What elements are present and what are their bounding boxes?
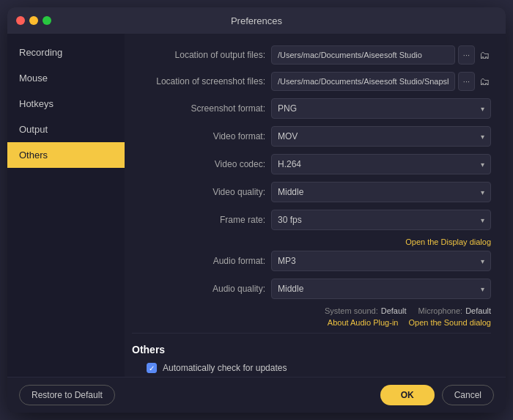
microphone-label: Microphone: (418, 306, 463, 315)
video-format-value: MOV (278, 131, 298, 141)
sidebar-item-mouse[interactable]: Mouse (7, 65, 125, 91)
microphone-item: Microphone: Default (418, 306, 491, 315)
audio-quality-value: Middle (278, 284, 303, 294)
video-codec-row: Video codec: H.264 ▾ (132, 154, 491, 174)
titlebar: Preferences (7, 7, 506, 34)
audio-quality-control: Middle ▾ (271, 279, 491, 299)
minimize-button[interactable] (29, 16, 38, 25)
audio-format-control: MP3 ▾ (271, 251, 491, 271)
close-button[interactable] (16, 16, 25, 25)
video-quality-dropdown[interactable]: Middle ▾ (271, 182, 491, 202)
sidebar: Recording Mouse Hotkeys Output Others (7, 34, 125, 377)
screenshot-format-dropdown[interactable]: PNG ▾ (271, 98, 491, 119)
video-codec-dropdown[interactable]: H.264 ▾ (271, 154, 491, 174)
screenshot-files-control: ··· 🗂 (271, 72, 491, 91)
video-quality-control: Middle ▾ (271, 182, 491, 202)
system-sound-item: System sound: Default (325, 306, 407, 315)
frame-rate-label: Frame rate: (132, 215, 271, 225)
video-quality-row: Video quality: Middle ▾ (132, 182, 491, 202)
screenshot-format-value: PNG (278, 103, 297, 114)
audio-format-row: Audio format: MP3 ▾ (132, 251, 491, 271)
chevron-down-icon: ▾ (481, 105, 484, 113)
footer-right-buttons: OK Cancel (380, 385, 494, 405)
screenshot-format-control: PNG ▾ (271, 98, 491, 119)
about-audio-plugin-link[interactable]: About Audio Plug-in (328, 318, 399, 327)
output-files-label: Location of output files: (132, 50, 271, 60)
output-files-input[interactable] (271, 45, 455, 65)
sidebar-item-recording[interactable]: Recording (7, 40, 125, 65)
output-files-browse-button[interactable]: ··· (458, 45, 475, 65)
system-sound-row: System sound: Default Microphone: Defaul… (132, 306, 491, 315)
ok-button[interactable]: OK (380, 385, 435, 405)
video-format-control: MOV ▾ (271, 126, 491, 147)
chevron-down-icon: ▾ (481, 133, 484, 141)
chevron-down-icon: ▾ (481, 285, 484, 293)
audio-quality-row: Audio quality: Middle ▾ (132, 279, 491, 299)
sidebar-item-output[interactable]: Output (7, 117, 125, 142)
main-panel: Location of output files: ··· 🗂 Location… (125, 34, 506, 377)
screenshot-files-browse-button[interactable]: ··· (458, 72, 475, 91)
screenshot-files-input[interactable] (271, 72, 455, 91)
chevron-down-icon: ▾ (481, 161, 484, 169)
video-codec-value: H.264 (278, 159, 301, 169)
content-area: Recording Mouse Hotkeys Output Others Lo… (7, 34, 506, 377)
audio-quality-label: Audio quality: (132, 284, 271, 294)
screenshot-files-label: Location of screenshot files: (132, 76, 271, 86)
window-title: Preferences (231, 15, 282, 26)
chevron-down-icon: ▾ (481, 188, 484, 196)
chevron-down-icon: ▾ (481, 216, 484, 224)
system-sound-label: System sound: (325, 306, 378, 315)
open-display-dialog-link[interactable]: Open the Display dialog (405, 237, 491, 246)
others-section-title: Others (132, 344, 491, 355)
maximize-button[interactable] (43, 16, 51, 25)
cancel-button[interactable]: Cancel (442, 385, 494, 405)
frame-rate-control: 30 fps ▾ (271, 210, 491, 230)
chevron-down-icon: ▾ (481, 257, 484, 265)
output-files-folder-button[interactable]: 🗂 (478, 49, 491, 61)
audio-format-value: MP3 (278, 256, 296, 266)
divider (132, 333, 491, 334)
checkbox-updates[interactable]: ✓ (147, 363, 157, 373)
audio-quality-dropdown[interactable]: Middle ▾ (271, 279, 491, 299)
screenshot-format-label: Screenshot format: (132, 103, 271, 114)
footer: Restore to Default OK Cancel (7, 377, 506, 413)
system-sound-value: Default (381, 306, 407, 315)
audio-format-dropdown[interactable]: MP3 ▾ (271, 251, 491, 271)
traffic-lights (16, 16, 51, 25)
screenshot-files-folder-button[interactable]: 🗂 (478, 75, 491, 87)
check-icon: ✓ (149, 364, 155, 372)
video-codec-control: H.264 ▾ (271, 154, 491, 174)
video-format-label: Video format: (132, 131, 271, 141)
output-files-row: Location of output files: ··· 🗂 (132, 45, 491, 65)
open-display-row: Open the Display dialog (132, 237, 491, 246)
video-format-row: Video format: MOV ▾ (132, 126, 491, 147)
frame-rate-value: 30 fps (278, 215, 302, 225)
sidebar-item-others[interactable]: Others (7, 142, 125, 168)
frame-rate-row: Frame rate: 30 fps ▾ (132, 210, 491, 230)
video-quality-value: Middle (278, 187, 303, 197)
video-codec-label: Video codec: (132, 159, 271, 169)
microphone-value: Default (465, 306, 491, 315)
output-files-control: ··· 🗂 (271, 45, 491, 65)
screenshot-format-row: Screenshot format: PNG ▾ (132, 98, 491, 119)
sidebar-item-hotkeys[interactable]: Hotkeys (7, 91, 125, 117)
open-sound-dialog-link[interactable]: Open the Sound dialog (408, 318, 491, 327)
restore-default-button[interactable]: Restore to Default (19, 385, 115, 405)
frame-rate-dropdown[interactable]: 30 fps ▾ (271, 210, 491, 230)
checkbox-updates-row[interactable]: ✓ Automatically check for updates (132, 363, 491, 373)
screenshot-files-row: Location of screenshot files: ··· 🗂 (132, 72, 491, 91)
audio-format-label: Audio format: (132, 256, 271, 266)
video-format-dropdown[interactable]: MOV ▾ (271, 126, 491, 147)
video-quality-label: Video quality: (132, 187, 271, 197)
audio-links-row: About Audio Plug-in Open the Sound dialo… (132, 318, 491, 327)
preferences-window: Preferences Recording Mouse Hotkeys Outp… (7, 7, 506, 413)
checkbox-updates-label: Automatically check for updates (163, 363, 287, 373)
